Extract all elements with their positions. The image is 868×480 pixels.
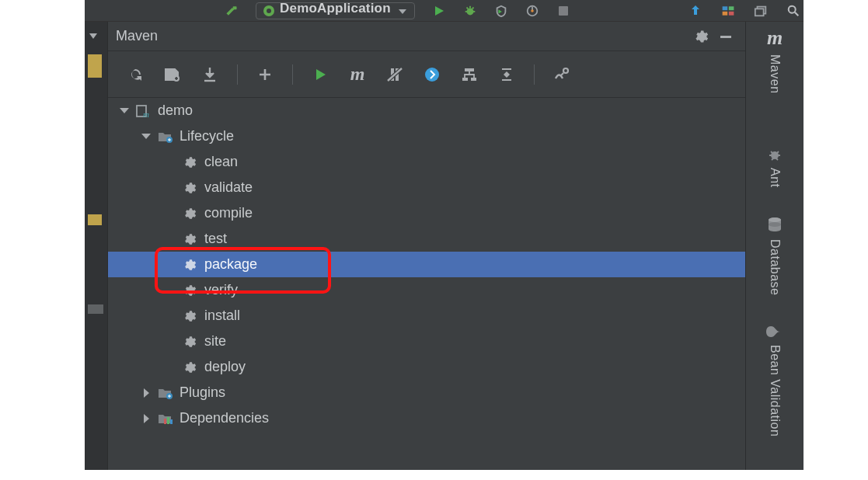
reload-icon[interactable] bbox=[125, 64, 145, 85]
panel-title: Maven bbox=[116, 28, 685, 44]
svg-point-2 bbox=[267, 9, 271, 13]
debug-icon[interactable] bbox=[463, 4, 477, 18]
expand-toggle-icon[interactable] bbox=[141, 134, 152, 139]
svg-rect-36 bbox=[167, 417, 169, 424]
main-toolbar: DemoApplication bbox=[85, 0, 804, 22]
database-icon bbox=[766, 216, 783, 235]
stripe-button-maven[interactable]: m Maven bbox=[746, 26, 804, 94]
toggle-skip-tests-icon[interactable] bbox=[422, 64, 442, 85]
svg-point-41 bbox=[769, 217, 781, 222]
maven-m-icon: m bbox=[767, 26, 783, 50]
tree-node-label: install bbox=[204, 308, 240, 324]
gear-icon bbox=[181, 359, 198, 376]
svg-line-19 bbox=[795, 12, 799, 15]
svg-rect-13 bbox=[729, 6, 734, 10]
bean-validation-icon bbox=[766, 323, 783, 340]
tree-node-label: Plugins bbox=[180, 384, 225, 401]
svg-rect-35 bbox=[164, 419, 166, 424]
svg-line-7 bbox=[466, 7, 468, 9]
maven-toolbar: m bbox=[108, 51, 745, 98]
tree-node-project[interactable]: m demo bbox=[108, 98, 745, 123]
git-update-icon[interactable] bbox=[688, 4, 702, 18]
tree-node-goal-site[interactable]: site bbox=[108, 329, 745, 354]
svg-point-10 bbox=[531, 9, 534, 12]
gutter-divider bbox=[88, 304, 103, 314]
panel-minimize-icon[interactable] bbox=[717, 28, 734, 45]
tree-node-plugins[interactable]: Plugins bbox=[108, 380, 745, 405]
tree-node-goal-clean[interactable]: clean bbox=[108, 149, 745, 175]
generate-sources-icon[interactable] bbox=[162, 64, 183, 85]
maven-settings-icon[interactable] bbox=[552, 64, 572, 85]
show-dependencies-icon[interactable] bbox=[459, 64, 479, 85]
svg-line-8 bbox=[472, 7, 473, 9]
add-project-icon[interactable] bbox=[255, 64, 275, 85]
tree-node-label: Lifecycle bbox=[180, 128, 234, 144]
run-icon[interactable] bbox=[432, 4, 446, 18]
execute-goal-icon[interactable]: m bbox=[347, 64, 368, 85]
download-sources-icon[interactable] bbox=[200, 64, 220, 85]
tree-node-lifecycle[interactable]: Lifecycle bbox=[108, 123, 745, 149]
chevron-down-icon bbox=[399, 9, 406, 14]
stripe-label: Database bbox=[768, 239, 782, 296]
tree-node-label: test bbox=[204, 231, 227, 247]
tree-node-dependencies[interactable]: Dependencies bbox=[108, 405, 745, 431]
run-coverage-icon[interactable] bbox=[494, 4, 508, 18]
svg-rect-15 bbox=[729, 11, 734, 15]
panel-settings-icon[interactable] bbox=[692, 28, 709, 45]
search-icon[interactable] bbox=[786, 4, 800, 18]
tree-node-label: site bbox=[204, 333, 226, 350]
stripe-button-bean-validation[interactable]: Bean Validation bbox=[746, 323, 804, 437]
maven-panel-header: Maven bbox=[108, 22, 745, 51]
svg-point-30 bbox=[563, 68, 568, 73]
expand-toggle-icon[interactable] bbox=[141, 388, 152, 398]
svg-rect-12 bbox=[723, 6, 728, 10]
right-tool-stripe: m Maven Ant Database Bean Validation bbox=[745, 22, 804, 470]
toolbar-separator bbox=[237, 64, 238, 85]
folder-libs-icon bbox=[156, 410, 173, 427]
maven-tree[interactable]: m demo Lifecycle clean validate bbox=[108, 98, 745, 470]
tree-node-goal-install[interactable]: install bbox=[108, 303, 745, 329]
ant-icon bbox=[766, 146, 783, 163]
svg-rect-14 bbox=[723, 11, 728, 15]
expand-toggle-icon[interactable] bbox=[141, 414, 152, 423]
expand-toggle-icon[interactable] bbox=[119, 108, 130, 113]
svg-point-40 bbox=[769, 222, 781, 227]
folder-icon bbox=[156, 384, 173, 402]
tree-node-goal-validate[interactable]: validate bbox=[108, 175, 745, 200]
gear-icon bbox=[181, 205, 198, 222]
tree-node-goal-package[interactable]: package bbox=[108, 252, 745, 277]
tree-node-label: compile bbox=[204, 205, 253, 221]
run-config-selector[interactable]: DemoApplication bbox=[256, 2, 415, 19]
build-hammer-icon[interactable] bbox=[225, 4, 239, 18]
tree-node-goal-deploy[interactable]: deploy bbox=[108, 354, 745, 380]
stripe-label: Bean Validation bbox=[768, 345, 782, 437]
gear-icon bbox=[181, 308, 198, 325]
stop-icon[interactable] bbox=[556, 4, 570, 18]
profile-icon[interactable] bbox=[525, 4, 539, 18]
maven-project-icon: m bbox=[134, 103, 152, 120]
gear-icon bbox=[181, 154, 198, 171]
tree-node-label: package bbox=[204, 256, 257, 273]
run-maven-icon[interactable] bbox=[310, 64, 330, 85]
svg-rect-37 bbox=[170, 419, 173, 424]
folder-icon bbox=[156, 128, 173, 145]
tree-node-goal-compile[interactable]: compile bbox=[108, 200, 745, 226]
toolbar-separator bbox=[534, 64, 535, 85]
gear-icon bbox=[181, 231, 198, 248]
editor-gutter bbox=[85, 22, 108, 470]
stripe-button-database[interactable]: Database bbox=[746, 216, 804, 296]
tree-node-goal-verify[interactable]: verify bbox=[108, 277, 745, 303]
tree-node-goal-test[interactable]: test bbox=[108, 226, 745, 252]
windows-icon[interactable] bbox=[721, 4, 735, 18]
svg-point-26 bbox=[425, 68, 439, 82]
ide-frame: DemoApplication bbox=[85, 0, 804, 470]
gutter-change-marker bbox=[88, 214, 102, 225]
gutter-collapse-icon[interactable] bbox=[88, 30, 99, 43]
tree-node-label: Dependencies bbox=[180, 410, 269, 426]
collapse-all-icon[interactable] bbox=[497, 64, 517, 85]
toolbar-separator bbox=[292, 64, 293, 85]
stripe-button-ant[interactable]: Ant bbox=[746, 146, 804, 188]
svg-line-25 bbox=[388, 68, 402, 81]
restore-window-icon[interactable] bbox=[754, 4, 768, 18]
toggle-offline-icon[interactable] bbox=[385, 64, 405, 85]
